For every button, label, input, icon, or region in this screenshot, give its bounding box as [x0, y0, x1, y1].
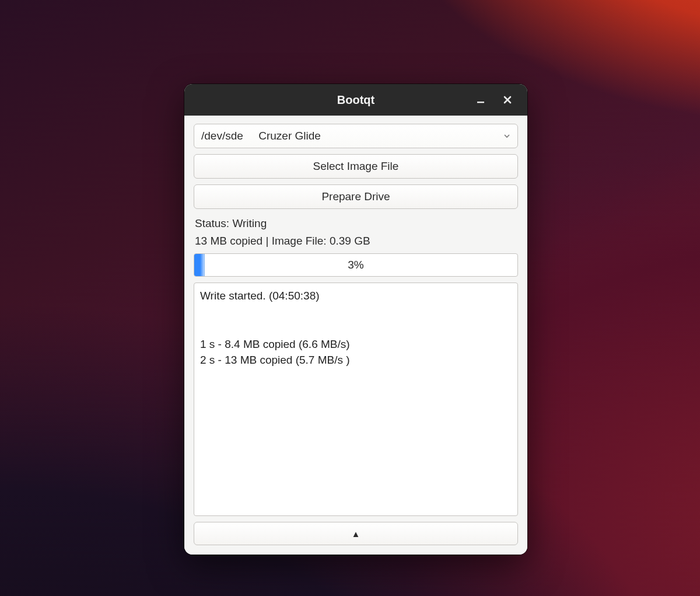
triangle-up-icon: ▲ [352, 529, 360, 539]
window-client-area: /dev/sde Cruzer Glide Select Image File … [184, 116, 527, 555]
prepare-drive-label: Prepare Drive [321, 190, 390, 203]
expander-toggle-button[interactable]: ▲ [194, 522, 518, 545]
drive-selector[interactable]: /dev/sde Cruzer Glide [194, 124, 518, 148]
progress-fill [194, 254, 205, 276]
copied-summary-label: 13 MB copied | Image File: 0.39 GB [194, 235, 518, 248]
close-icon [503, 95, 512, 104]
window-controls [473, 84, 523, 116]
prepare-drive-button[interactable]: Prepare Drive [194, 184, 518, 209]
minimize-icon [476, 95, 485, 104]
log-output[interactable]: Write started. (04:50:38) 1 s - 8.4 MB c… [194, 283, 518, 516]
status-label: Status: Writing [194, 217, 518, 230]
window-title: Bootqt [337, 93, 374, 107]
progress-percent-label: 3% [348, 259, 363, 271]
svg-rect-0 [477, 102, 484, 103]
close-button[interactable] [499, 92, 516, 108]
window-titlebar[interactable]: Bootqt [184, 84, 527, 116]
select-image-file-button[interactable]: Select Image File [194, 154, 518, 179]
drive-selector-value: /dev/sde Cruzer Glide [201, 130, 321, 142]
select-image-file-label: Select Image File [313, 160, 399, 173]
write-progress-bar: 3% [194, 253, 518, 277]
chevron-down-icon [503, 130, 510, 142]
minimize-button[interactable] [473, 92, 489, 108]
bootqt-window: Bootqt /dev/sde Cruzer Glide Select Imag… [184, 84, 527, 555]
